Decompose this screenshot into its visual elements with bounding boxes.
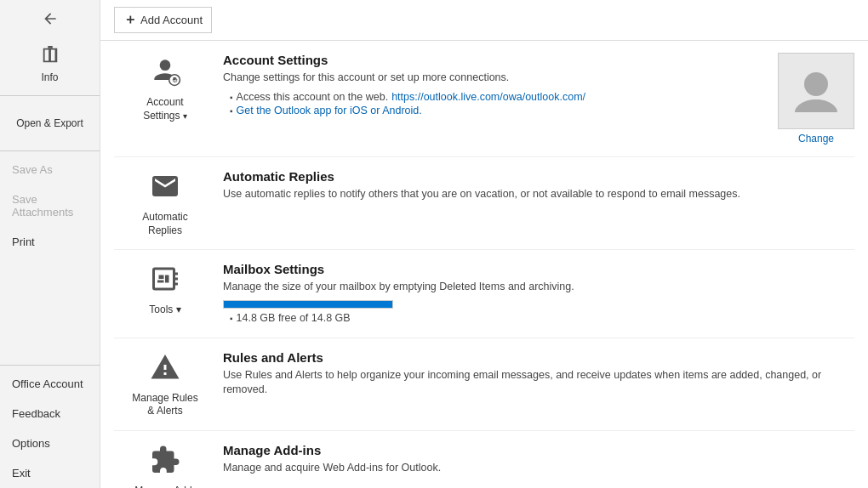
sidebar-item-feedback[interactable]: Feedback: [0, 399, 100, 428]
mailbox-settings-body: Mailbox Settings Manage the size of your…: [216, 262, 854, 326]
profile-area: Change: [778, 53, 854, 145]
sidebar-item-feedback-label: Feedback: [12, 407, 60, 420]
manage-addins-label: Manage Add-ins: [134, 485, 195, 488]
sidebar-item-save-as: Save As: [0, 155, 100, 184]
mailbox-settings-title: Mailbox Settings: [223, 262, 854, 276]
svg-point-1: [160, 60, 171, 71]
card-account-settings: ⚙ AccountSettings ▾ Account Settings Cha…: [114, 41, 854, 157]
automatic-replies-title: Automatic Replies: [223, 169, 854, 184]
automatic-replies-desc: Use automatic replies to notify others t…: [223, 187, 854, 202]
add-account-button[interactable]: ＋ Add Account: [114, 7, 212, 33]
account-settings-bullet-1: Access this account on the web. https://…: [230, 91, 761, 103]
sidebar-item-options-label: Options: [12, 437, 50, 450]
account-settings-desc: Change settings for this account or set …: [223, 71, 761, 86]
sidebar-item-exit-label: Exit: [12, 467, 31, 479]
sidebar-item-open-export-label: Open & Export: [16, 117, 83, 129]
sidebar-item-info[interactable]: Info: [0, 37, 100, 92]
account-settings-dropdown-arrow: ▾: [183, 111, 187, 121]
plus-icon: ＋: [123, 11, 137, 29]
svg-rect-0: [48, 46, 53, 48]
tools-label: Tools ▾: [149, 304, 180, 317]
card-rules-alerts-icon-col[interactable]: Manage Rules& Alerts: [114, 350, 216, 418]
automatic-replies-icon: [150, 171, 180, 207]
rules-alerts-body: Rules and Alerts Use Rules and Alerts to…: [216, 350, 854, 403]
rules-alerts-desc: Use Rules and Alerts to help organize yo…: [223, 368, 854, 398]
sidebar-item-save-attachments: Save Attachments: [0, 184, 100, 227]
card-manage-addins-icon-col[interactable]: Manage Add-ins: [114, 443, 216, 488]
sidebar-item-print-label: Print: [12, 235, 35, 248]
card-manage-addins: Manage Add-ins Manage Add-ins Manage and…: [114, 431, 854, 488]
info-icon: [41, 46, 60, 69]
sidebar-item-office-account[interactable]: Office Account: [0, 369, 100, 399]
sidebar-item-save-attachments-label: Save Attachments: [12, 193, 73, 218]
account-settings-bullet-2: Get the Outlook app for iOS or Android.: [230, 105, 761, 116]
automatic-replies-label: AutomaticReplies: [142, 211, 187, 237]
card-mailbox-settings: Tools ▾ Mailbox Settings Manage the size…: [114, 250, 854, 338]
sidebar-item-save-as-label: Save As: [12, 163, 53, 176]
manage-addins-icon: [150, 445, 180, 481]
card-mailbox-settings-icon-col[interactable]: Tools ▾: [114, 262, 216, 317]
sidebar: Info Open & Export Save As Save Attachme…: [0, 0, 100, 488]
account-settings-body: Account Settings Change settings for thi…: [216, 53, 761, 118]
main-content: ⚙ AccountSettings ▾ Account Settings Cha…: [100, 41, 868, 488]
svg-point-4: [804, 72, 828, 96]
sidebar-item-exit[interactable]: Exit: [0, 458, 100, 488]
mailbox-settings-desc: Manage the size of your mailbox by empty…: [223, 280, 854, 295]
tools-dropdown-arrow: ▾: [176, 304, 181, 315]
outlook-ios-android-link[interactable]: Get the Outlook app for iOS or Android.: [237, 105, 422, 116]
mailbox-size-info: 14.8 GB free of 14.8 GB: [230, 312, 854, 324]
sidebar-item-print[interactable]: Print: [0, 227, 100, 257]
mailbox-settings-bullets: 14.8 GB free of 14.8 GB: [230, 312, 854, 324]
sidebar-item-options[interactable]: Options: [0, 428, 100, 458]
outlook-web-link[interactable]: https://outlook.live.com/owa/outlook.com…: [391, 91, 585, 103]
manage-addins-body: Manage Add-ins Manage and acquire Web Ad…: [216, 443, 854, 481]
main-header: ＋ Add Account: [100, 0, 868, 41]
manage-addins-title: Manage Add-ins: [223, 443, 854, 457]
mailbox-progress-bar-wrap: [223, 300, 393, 309]
account-settings-icon: ⚙: [149, 54, 181, 93]
add-account-label: Add Account: [140, 14, 203, 26]
sidebar-item-open-export[interactable]: Open & Export: [0, 99, 100, 147]
manage-addins-desc: Manage and acquire Web Add-ins for Outlo…: [223, 461, 854, 476]
mailbox-progress-bar: [224, 301, 392, 308]
account-settings-label: AccountSettings ▾: [143, 96, 187, 122]
rules-alerts-title: Rules and Alerts: [223, 350, 854, 365]
account-settings-title: Account Settings: [223, 53, 761, 67]
profile-image: [778, 53, 854, 129]
profile-change-link[interactable]: Change: [798, 133, 834, 145]
card-account-settings-icon-col[interactable]: ⚙ AccountSettings ▾: [114, 53, 216, 122]
account-settings-bullets: Access this account on the web. https://…: [230, 91, 761, 116]
svg-text:⚙: ⚙: [172, 77, 178, 84]
main-panel: ＋ Add Account ⚙ AccountSettings ▾: [100, 0, 868, 488]
sidebar-item-office-account-label: Office Account: [12, 377, 83, 390]
card-rules-alerts: Manage Rules& Alerts Rules and Alerts Us…: [114, 338, 854, 431]
mailbox-settings-icon: [150, 264, 180, 300]
rules-alerts-icon: [150, 352, 180, 389]
card-automatic-replies: AutomaticReplies Automatic Replies Use a…: [114, 157, 854, 250]
card-automatic-replies-icon-col[interactable]: AutomaticReplies: [114, 169, 216, 237]
rules-alerts-label: Manage Rules& Alerts: [132, 392, 197, 418]
back-button[interactable]: [0, 0, 100, 37]
automatic-replies-body: Automatic Replies Use automatic replies …: [216, 169, 854, 207]
sidebar-item-info-label: Info: [41, 71, 58, 83]
